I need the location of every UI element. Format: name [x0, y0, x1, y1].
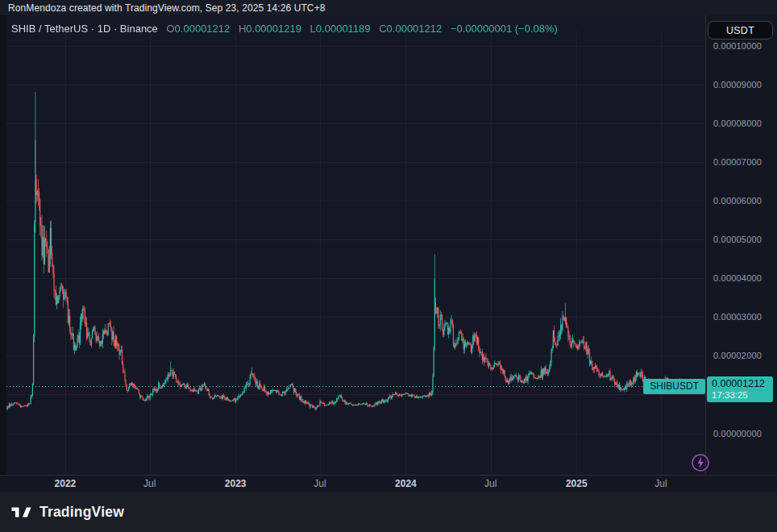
- footer-bar: TradingView: [0, 492, 777, 532]
- left-margin: [0, 15, 6, 492]
- time-tick-label: 2023: [225, 478, 247, 489]
- tradingview-logo-icon: [10, 504, 32, 521]
- price-tick-label: 0.00004000: [713, 273, 762, 283]
- price-tick-label: 0.00005000: [713, 235, 762, 244]
- price-tick-label: 0.00002000: [713, 351, 762, 360]
- time-tick-label: Jul: [484, 478, 497, 489]
- high-value: 0.00001219: [246, 23, 301, 35]
- tradingview-logo[interactable]: TradingView: [10, 504, 124, 521]
- price-tick-label: 0.00000000: [713, 429, 762, 438]
- time-tick-label: Jul: [654, 478, 667, 489]
- price-tick-label: 0.00007000: [713, 157, 762, 167]
- time-tick-label: Jul: [143, 478, 156, 489]
- price-line-symbol-tag: SHIBUSDT: [643, 379, 705, 394]
- low-value: 0.00001189: [316, 23, 371, 35]
- low-label: L: [310, 23, 316, 35]
- currency-toggle-button[interactable]: USDT: [708, 21, 773, 39]
- current-price-value: 0.00001212: [712, 378, 773, 389]
- chart-legend[interactable]: SHIB / TetherUS · 1D · Binance O0.000012…: [11, 23, 558, 35]
- time-scale[interactable]: 2022Jul2023Jul2024Jul2025Jul: [0, 475, 777, 492]
- boost-lightning-icon[interactable]: [691, 453, 710, 472]
- time-tick-label: 2022: [55, 478, 77, 489]
- time-tick-label: 2025: [566, 478, 588, 489]
- price-tick-label: 0.00006000: [713, 196, 762, 206]
- symbol-title[interactable]: SHIB / TetherUS · 1D · Binance: [11, 23, 158, 35]
- open-value: 0.00001212: [175, 23, 231, 35]
- bar-countdown: 17:33:25: [712, 389, 773, 401]
- close-value: 0.00001212: [387, 23, 443, 35]
- time-tick-label: 2024: [395, 478, 417, 489]
- price-tick-label: 0.00010000: [713, 41, 762, 51]
- high-label: H: [239, 23, 246, 35]
- tradingview-window: RonMendoza created with TradingView.com,…: [0, 0, 777, 532]
- attribution-text: RonMendoza created with TradingView.com,…: [8, 2, 326, 14]
- price-tick-label: 0.00008000: [713, 118, 762, 128]
- close-label: C: [379, 23, 386, 35]
- price-tick-label: 0.00009000: [713, 80, 762, 89]
- candlestick-chart[interactable]: [6, 15, 705, 476]
- open-label: O: [166, 23, 174, 35]
- change-value: −0.00000001 (−0.08%): [451, 23, 558, 35]
- attribution-bar: RonMendoza created with TradingView.com,…: [0, 0, 777, 15]
- time-tick-label: Jul: [314, 478, 326, 489]
- tradingview-logo-text: TradingView: [39, 504, 124, 521]
- current-price-badge[interactable]: 0.00001212 17:33:25: [707, 376, 773, 402]
- price-scale[interactable]: 0.000100000.000090000.000080000.00007000…: [705, 15, 777, 492]
- price-tick-label: 0.00003000: [713, 312, 762, 322]
